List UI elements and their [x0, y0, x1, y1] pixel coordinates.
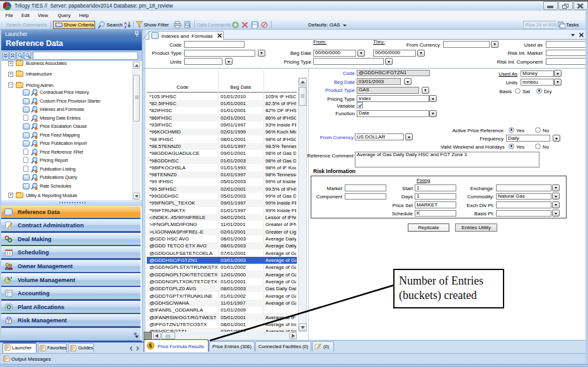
svg-text:Z: Z	[124, 25, 127, 29]
